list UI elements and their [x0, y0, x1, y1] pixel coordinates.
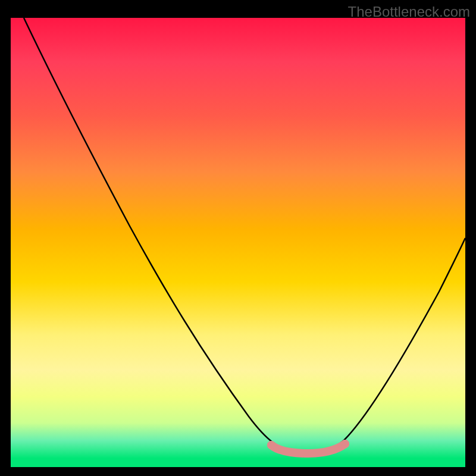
chart-frame: [11, 18, 465, 467]
watermark-text: TheBottleneck.com: [348, 4, 470, 20]
optimal-zone-band: [11, 458, 465, 467]
gradient-background: [11, 18, 465, 458]
